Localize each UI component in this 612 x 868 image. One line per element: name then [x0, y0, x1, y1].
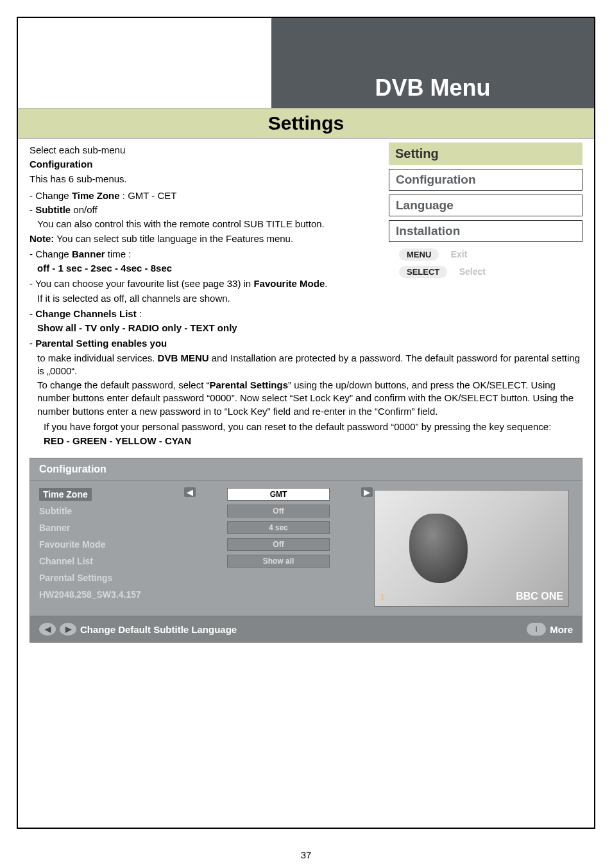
text-select-sub: Select each sub-menu: [30, 144, 350, 157]
setting-item-configuration[interactable]: Configuration: [389, 169, 582, 191]
text-tz-bold: Time Zone: [72, 190, 120, 201]
page-number: 37: [0, 849, 612, 860]
text-note-line: Note: You can select sub title language …: [30, 232, 350, 245]
text-pse-body2: To change the default password, select “…: [37, 379, 582, 418]
osd-footer-left-text: Change Default Subtitle Language: [80, 624, 237, 635]
top-header-left-blank: [18, 18, 271, 108]
osd-labels-column: Time Zone Subtitle Banner Favourite Mode…: [39, 486, 187, 611]
osd-values-column: ◀ GMT ▶ Off 4 sec Off Show all: [198, 486, 359, 611]
nav-left-icon[interactable]: ◀: [39, 623, 56, 636]
text-pse-2b: Parental Settings: [210, 379, 289, 390]
text-sub-pre: -: [30, 204, 35, 215]
menu-button-label: Exit: [451, 249, 468, 259]
settings-bar: Settings: [18, 108, 594, 139]
nav-right-icon[interactable]: ▶: [60, 623, 76, 636]
setting-panel-title: Setting: [389, 143, 582, 165]
text-pse-1b: DVB MENU: [158, 352, 209, 363]
text-sub-post: on/off: [71, 204, 97, 215]
text-pse-bold: Parental Setting enables you: [35, 338, 167, 349]
osd-label-subtitle[interactable]: Subtitle: [39, 506, 72, 516]
body-text-upper: Select each sub-menu Configuration This …: [30, 144, 350, 291]
text-ccl-bold: Change Channels List: [35, 308, 137, 319]
osd-preview-image: 1 BBC ONE: [374, 490, 569, 607]
text-pse-pre: -: [30, 338, 35, 349]
info-icon[interactable]: i: [527, 623, 546, 636]
top-header: DVB Menu: [18, 18, 594, 108]
osd-value-subtitle[interactable]: Off: [227, 505, 330, 517]
text-ccl-pre: -: [30, 308, 35, 319]
text-config-hdr: Configuration: [30, 158, 350, 171]
menu-button-pill[interactable]: MENU: [399, 248, 439, 261]
text-tz-pre: - Change: [30, 190, 72, 201]
arrow-left-icon[interactable]: ◀: [184, 487, 196, 497]
select-button-label: Select: [459, 266, 486, 277]
osd-footer-right-text: More: [550, 624, 573, 635]
setting-panel: Setting Configuration Language Installat…: [389, 143, 582, 283]
osd-label-parental-settings[interactable]: Parental Settings: [39, 573, 112, 583]
text-tz-post: : GMT - CET: [120, 190, 177, 201]
text-note-pre: Note:: [30, 233, 54, 244]
text-banner-line: - Change Banner time :: [30, 248, 350, 261]
text-fav-bold: Favourite Mode: [253, 278, 325, 289]
text-pse-2a: To change the default password, select “: [37, 379, 210, 390]
text-ccl-post: :: [137, 308, 142, 319]
text-ccl-opts: Show all - TV only - RADIO only - TEXT o…: [37, 322, 582, 334]
text-note-body: You can select sub title language in the…: [54, 233, 293, 244]
select-button-pill[interactable]: SELECT: [399, 266, 447, 278]
osd-label-timezone[interactable]: Time Zone: [39, 488, 92, 501]
osd-label-channel-list[interactable]: Channel List: [39, 556, 93, 566]
osd-value-banner[interactable]: 4 sec: [227, 521, 330, 534]
text-fav-pre: - You can choose your favourite list (se…: [30, 278, 253, 289]
osd-footer: ◀ ▶ Change Default Subtitle Language i M…: [30, 616, 582, 642]
osd-configuration-panel: Configuration Time Zone Subtitle Banner …: [30, 458, 582, 643]
text-banner-opts: off - 1 sec - 2sec - 4sec - 8sec: [37, 262, 350, 275]
setting-item-language[interactable]: Language: [389, 195, 582, 216]
text-pse-1a: to make individual services.: [37, 352, 158, 363]
text-pse-forgot: If you have forgot your personal passwor…: [44, 421, 582, 433]
osd-label-banner[interactable]: Banner: [39, 523, 70, 533]
dvb-menu-title: DVB Menu: [375, 74, 491, 101]
text-fav-off: If it is selected as off, all channels a…: [37, 292, 582, 305]
text-banner-bold: Banner: [72, 248, 105, 259]
osd-label-favourite-mode[interactable]: Favourite Mode: [39, 539, 105, 550]
text-timezone-line: - Change Time Zone : GMT - CET: [30, 189, 350, 202]
text-config-sub: This has 6 sub-menus.: [30, 173, 350, 186]
osd-preview-number: 1: [380, 592, 385, 602]
text-sub-bold: Subtitle: [35, 204, 71, 215]
text-ccl-line: - Change Channels List :: [30, 308, 582, 320]
text-pse-body1: to make individual services. DVB MENU an…: [37, 352, 582, 378]
osd-preview-area: 1 BBC ONE: [370, 486, 573, 611]
body-text-lower: If it is selected as off, all channels a…: [30, 292, 582, 448]
text-subtitle-line: - Subtitle on/off: [30, 204, 350, 216]
osd-preview-channel: BBC ONE: [516, 591, 563, 602]
osd-value-favourite-mode[interactable]: Off: [227, 538, 330, 551]
text-fav-line: - You can choose your favourite list (se…: [30, 277, 350, 290]
osd-label-version: HW2048.258_SW3.4.157: [39, 589, 141, 600]
text-banner-post: time :: [105, 248, 132, 259]
osd-value-timezone[interactable]: GMT: [227, 488, 330, 501]
top-header-right: DVB Menu: [271, 18, 594, 108]
osd-title: Configuration: [30, 458, 582, 481]
setting-item-installation[interactable]: Installation: [389, 220, 582, 242]
text-pse-hdr: - Parental Setting enables you: [30, 337, 582, 350]
text-fav-post: .: [325, 278, 327, 289]
text-colors: RED - GREEN - YELLOW - CYAN: [44, 435, 582, 447]
osd-value-channel-list[interactable]: Show all: [227, 555, 330, 568]
text-banner-pre: - Change: [30, 248, 72, 259]
text-subtitle-note: You can also control this with the remot…: [37, 218, 350, 230]
